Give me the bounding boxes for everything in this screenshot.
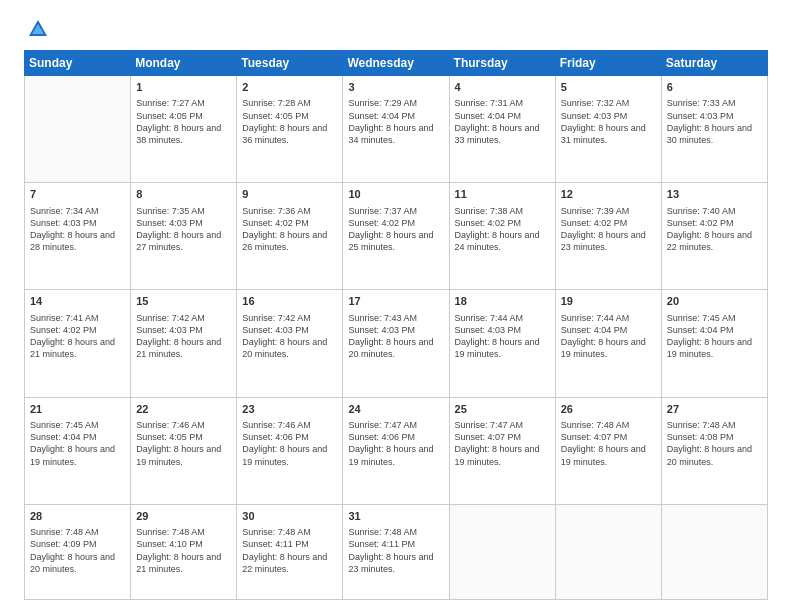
cell-info: Sunrise: 7:33 AMSunset: 4:03 PMDaylight:… [667,97,762,146]
cell-info: Sunrise: 7:44 AMSunset: 4:04 PMDaylight:… [561,312,656,361]
calendar-cell: 19Sunrise: 7:44 AMSunset: 4:04 PMDayligh… [555,290,661,397]
cell-info: Sunrise: 7:46 AMSunset: 4:05 PMDaylight:… [136,419,231,468]
cell-info: Sunrise: 7:40 AMSunset: 4:02 PMDaylight:… [667,205,762,254]
cell-info: Sunrise: 7:48 AMSunset: 4:11 PMDaylight:… [348,526,443,575]
day-number: 28 [30,509,125,524]
cell-info: Sunrise: 7:28 AMSunset: 4:05 PMDaylight:… [242,97,337,146]
cell-info: Sunrise: 7:45 AMSunset: 4:04 PMDaylight:… [667,312,762,361]
cell-info: Sunrise: 7:42 AMSunset: 4:03 PMDaylight:… [136,312,231,361]
week-row-3: 14Sunrise: 7:41 AMSunset: 4:02 PMDayligh… [25,290,768,397]
day-number: 18 [455,294,550,309]
day-number: 23 [242,402,337,417]
cell-info: Sunrise: 7:44 AMSunset: 4:03 PMDaylight:… [455,312,550,361]
calendar-cell [449,504,555,599]
calendar-cell: 22Sunrise: 7:46 AMSunset: 4:05 PMDayligh… [131,397,237,504]
header [24,18,768,40]
day-number: 2 [242,80,337,95]
calendar-cell: 12Sunrise: 7:39 AMSunset: 4:02 PMDayligh… [555,183,661,290]
day-number: 4 [455,80,550,95]
cell-info: Sunrise: 7:34 AMSunset: 4:03 PMDaylight:… [30,205,125,254]
cell-info: Sunrise: 7:48 AMSunset: 4:08 PMDaylight:… [667,419,762,468]
calendar-cell: 1Sunrise: 7:27 AMSunset: 4:05 PMDaylight… [131,76,237,183]
cell-info: Sunrise: 7:31 AMSunset: 4:04 PMDaylight:… [455,97,550,146]
cell-info: Sunrise: 7:47 AMSunset: 4:06 PMDaylight:… [348,419,443,468]
week-row-1: 1Sunrise: 7:27 AMSunset: 4:05 PMDaylight… [25,76,768,183]
day-number: 19 [561,294,656,309]
calendar-cell: 24Sunrise: 7:47 AMSunset: 4:06 PMDayligh… [343,397,449,504]
day-number: 7 [30,187,125,202]
calendar-cell [661,504,767,599]
calendar-table: SundayMondayTuesdayWednesdayThursdayFrid… [24,50,768,600]
day-number: 27 [667,402,762,417]
calendar-cell: 25Sunrise: 7:47 AMSunset: 4:07 PMDayligh… [449,397,555,504]
day-number: 1 [136,80,231,95]
day-number: 16 [242,294,337,309]
calendar-cell: 6Sunrise: 7:33 AMSunset: 4:03 PMDaylight… [661,76,767,183]
page: SundayMondayTuesdayWednesdayThursdayFrid… [0,0,792,612]
cell-info: Sunrise: 7:42 AMSunset: 4:03 PMDaylight:… [242,312,337,361]
calendar-cell: 11Sunrise: 7:38 AMSunset: 4:02 PMDayligh… [449,183,555,290]
calendar-cell: 26Sunrise: 7:48 AMSunset: 4:07 PMDayligh… [555,397,661,504]
day-number: 13 [667,187,762,202]
day-number: 11 [455,187,550,202]
calendar-cell: 13Sunrise: 7:40 AMSunset: 4:02 PMDayligh… [661,183,767,290]
calendar-cell: 31Sunrise: 7:48 AMSunset: 4:11 PMDayligh… [343,504,449,599]
calendar-cell: 28Sunrise: 7:48 AMSunset: 4:09 PMDayligh… [25,504,131,599]
calendar-cell [555,504,661,599]
day-number: 22 [136,402,231,417]
week-row-2: 7Sunrise: 7:34 AMSunset: 4:03 PMDaylight… [25,183,768,290]
cell-info: Sunrise: 7:45 AMSunset: 4:04 PMDaylight:… [30,419,125,468]
weekday-header-row: SundayMondayTuesdayWednesdayThursdayFrid… [25,51,768,76]
calendar-cell: 29Sunrise: 7:48 AMSunset: 4:10 PMDayligh… [131,504,237,599]
day-number: 17 [348,294,443,309]
cell-info: Sunrise: 7:29 AMSunset: 4:04 PMDaylight:… [348,97,443,146]
calendar-cell: 4Sunrise: 7:31 AMSunset: 4:04 PMDaylight… [449,76,555,183]
weekday-header-friday: Friday [555,51,661,76]
day-number: 29 [136,509,231,524]
weekday-header-sunday: Sunday [25,51,131,76]
cell-info: Sunrise: 7:38 AMSunset: 4:02 PMDaylight:… [455,205,550,254]
cell-info: Sunrise: 7:41 AMSunset: 4:02 PMDaylight:… [30,312,125,361]
calendar-cell: 18Sunrise: 7:44 AMSunset: 4:03 PMDayligh… [449,290,555,397]
day-number: 30 [242,509,337,524]
week-row-5: 28Sunrise: 7:48 AMSunset: 4:09 PMDayligh… [25,504,768,599]
cell-info: Sunrise: 7:43 AMSunset: 4:03 PMDaylight:… [348,312,443,361]
calendar-cell: 2Sunrise: 7:28 AMSunset: 4:05 PMDaylight… [237,76,343,183]
day-number: 21 [30,402,125,417]
calendar-cell: 7Sunrise: 7:34 AMSunset: 4:03 PMDaylight… [25,183,131,290]
day-number: 6 [667,80,762,95]
day-number: 15 [136,294,231,309]
logo-icon [27,18,49,40]
day-number: 26 [561,402,656,417]
day-number: 10 [348,187,443,202]
day-number: 25 [455,402,550,417]
logo [24,18,49,40]
cell-info: Sunrise: 7:35 AMSunset: 4:03 PMDaylight:… [136,205,231,254]
cell-info: Sunrise: 7:37 AMSunset: 4:02 PMDaylight:… [348,205,443,254]
cell-info: Sunrise: 7:32 AMSunset: 4:03 PMDaylight:… [561,97,656,146]
calendar-cell: 17Sunrise: 7:43 AMSunset: 4:03 PMDayligh… [343,290,449,397]
weekday-header-saturday: Saturday [661,51,767,76]
weekday-header-wednesday: Wednesday [343,51,449,76]
day-number: 31 [348,509,443,524]
week-row-4: 21Sunrise: 7:45 AMSunset: 4:04 PMDayligh… [25,397,768,504]
cell-info: Sunrise: 7:48 AMSunset: 4:07 PMDaylight:… [561,419,656,468]
calendar-cell: 20Sunrise: 7:45 AMSunset: 4:04 PMDayligh… [661,290,767,397]
weekday-header-monday: Monday [131,51,237,76]
calendar-cell: 9Sunrise: 7:36 AMSunset: 4:02 PMDaylight… [237,183,343,290]
calendar-cell [25,76,131,183]
calendar-cell: 27Sunrise: 7:48 AMSunset: 4:08 PMDayligh… [661,397,767,504]
cell-info: Sunrise: 7:48 AMSunset: 4:09 PMDaylight:… [30,526,125,575]
weekday-header-tuesday: Tuesday [237,51,343,76]
day-number: 9 [242,187,337,202]
day-number: 24 [348,402,443,417]
day-number: 8 [136,187,231,202]
calendar-cell: 23Sunrise: 7:46 AMSunset: 4:06 PMDayligh… [237,397,343,504]
day-number: 20 [667,294,762,309]
day-number: 5 [561,80,656,95]
day-number: 3 [348,80,443,95]
cell-info: Sunrise: 7:27 AMSunset: 4:05 PMDaylight:… [136,97,231,146]
calendar-cell: 21Sunrise: 7:45 AMSunset: 4:04 PMDayligh… [25,397,131,504]
cell-info: Sunrise: 7:39 AMSunset: 4:02 PMDaylight:… [561,205,656,254]
cell-info: Sunrise: 7:48 AMSunset: 4:10 PMDaylight:… [136,526,231,575]
